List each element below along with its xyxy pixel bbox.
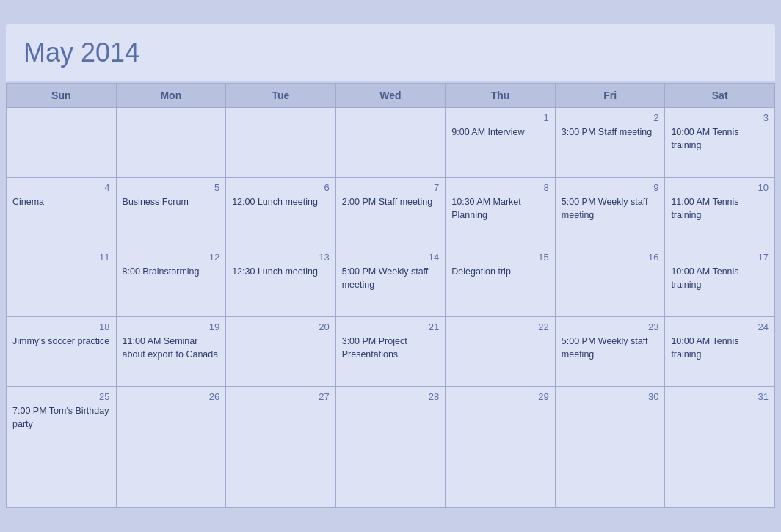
calendar-cell[interactable]: 810:30 AM Market Planning (446, 178, 556, 247)
day-number: 14 (342, 252, 440, 263)
event-text: Delegation trip (451, 266, 511, 277)
calendar-cell[interactable]: 612:00 Lunch meeting (226, 178, 336, 247)
calendar-cell[interactable]: 128:00 Brainstorming (116, 247, 226, 317)
calendar-cell[interactable] (335, 456, 446, 508)
day-number: 15 (451, 252, 549, 263)
week-row-1: 19:00 AM Interview23:00 PM Staff meeting… (7, 108, 775, 178)
event-text: 5:00 PM Weekly staff meeting (342, 266, 429, 290)
day-number: 22 (451, 321, 549, 332)
calendar-cell[interactable]: 145:00 PM Weekly staff meeting (335, 247, 446, 317)
event-text: 11:00 AM Seminar about export to Canada (123, 336, 219, 360)
day-number: 19 (123, 321, 220, 332)
day-number: 24 (671, 321, 769, 332)
calendar-cell[interactable]: 23:00 PM Staff meeting (555, 108, 665, 178)
day-number: 18 (12, 321, 110, 332)
day-number: 8 (451, 182, 549, 193)
day-number: 29 (451, 391, 549, 402)
calendar-cell[interactable]: 213:00 PM Project Presentations (335, 317, 446, 387)
event-text: 5:00 PM Weekly staff meeting (562, 336, 648, 360)
day-number: 4 (12, 182, 110, 193)
calendar-cell[interactable]: 95:00 PM Weekly staff meeting (555, 178, 665, 247)
event-text: Business Forum (123, 197, 189, 207)
day-number: 13 (232, 252, 330, 263)
event-text: 3:00 PM Staff meeting (562, 127, 652, 137)
calendar-cell[interactable] (7, 456, 117, 508)
event-text: 2:00 PM Staff meeting (342, 197, 432, 207)
weekday-header-mon: Mon (116, 84, 226, 108)
weekday-header-wed: Wed (335, 84, 446, 108)
calendar-title: May 2014 (23, 37, 758, 68)
calendar-cell[interactable]: 15Delegation trip (446, 247, 556, 317)
calendar-cell[interactable]: 4Cinema (7, 178, 117, 247)
calendar-cell[interactable]: 26 (116, 387, 226, 456)
calendar-cell[interactable]: 18Jimmy's soccer practice (7, 317, 117, 387)
calendar-cell[interactable]: 29 (446, 387, 556, 456)
calendar-cell[interactable]: 235:00 PM Weekly staff meeting (555, 317, 665, 387)
day-number: 3 (671, 112, 769, 123)
event-text: Jimmy's soccer practice (12, 336, 109, 346)
calendar-cell[interactable] (116, 456, 226, 508)
day-number: 10 (671, 182, 769, 193)
calendar-grid: SunMonTueWedThuFriSat 19:00 AM Interview… (6, 83, 775, 508)
calendar-cell[interactable]: 1710:00 AM Tennis training (665, 247, 775, 317)
event-text: 12:30 Lunch meeting (232, 266, 318, 277)
day-number: 16 (562, 252, 659, 263)
event-text: 7:00 PM Tom's Birthday party (12, 406, 109, 429)
calendar-cell[interactable]: 27 (226, 387, 336, 456)
day-number: 17 (671, 252, 769, 263)
weekday-header-fri: Fri (555, 84, 665, 108)
week-row-6 (7, 456, 775, 508)
day-number: 9 (562, 182, 659, 193)
calendar-cell[interactable]: 28 (335, 387, 446, 456)
calendar-cell[interactable]: 11 (7, 247, 117, 317)
calendar-cell[interactable]: 1312:30 Lunch meeting (226, 247, 336, 317)
calendar-cell[interactable] (335, 108, 446, 178)
calendar-cell[interactable]: 22 (446, 317, 556, 387)
calendar-cell[interactable] (7, 108, 117, 178)
day-number: 28 (342, 391, 440, 402)
calendar-cell[interactable] (665, 456, 775, 508)
event-text: 8:00 Brainstorming (123, 266, 200, 277)
day-number: 26 (123, 391, 220, 402)
event-text: 12:00 Lunch meeting (232, 197, 318, 207)
calendar-header: May 2014 (6, 24, 775, 81)
calendar-cell[interactable] (116, 108, 226, 178)
day-number: 21 (342, 321, 440, 332)
calendar-cell[interactable]: 5Business Forum (116, 178, 226, 247)
event-text: 10:00 AM Tennis training (671, 336, 738, 360)
calendar-cell[interactable]: 310:00 AM Tennis training (665, 108, 775, 178)
calendar-cell[interactable]: 19:00 AM Interview (446, 108, 556, 178)
day-number: 6 (232, 182, 330, 193)
calendar-cell[interactable] (226, 456, 336, 508)
calendar-cell[interactable] (555, 456, 665, 508)
day-number: 11 (12, 252, 110, 263)
event-text: 9:00 AM Interview (451, 127, 524, 137)
calendar-cell[interactable]: 1911:00 AM Seminar about export to Canad… (116, 317, 226, 387)
day-number: 25 (12, 391, 110, 402)
week-row-4: 18Jimmy's soccer practice1911:00 AM Semi… (7, 317, 775, 387)
event-text: 5:00 PM Weekly staff meeting (562, 197, 648, 220)
calendar-cell[interactable]: 2410:00 AM Tennis training (665, 317, 775, 387)
event-text: 10:00 AM Tennis training (671, 266, 738, 290)
calendar-cell[interactable]: 257:00 PM Tom's Birthday party (7, 387, 117, 456)
day-number: 27 (232, 391, 330, 402)
event-text: 10:00 AM Tennis training (671, 127, 738, 150)
week-row-2: 4Cinema5Business Forum612:00 Lunch meeti… (7, 178, 775, 247)
calendar-cell[interactable]: 30 (555, 387, 665, 456)
day-number: 31 (671, 391, 769, 402)
event-text: Cinema (12, 197, 44, 207)
calendar-cell[interactable] (446, 456, 556, 508)
calendar-cell[interactable] (226, 108, 336, 178)
calendar-cell[interactable]: 20 (226, 317, 336, 387)
calendar-wrapper: May 2014 SunMonTueWedThuFriSat 19:00 AM … (0, 18, 781, 514)
day-number: 30 (562, 391, 659, 402)
calendar-cell[interactable]: 72:00 PM Staff meeting (335, 178, 446, 247)
calendar-cell[interactable]: 31 (665, 387, 775, 456)
day-number: 12 (123, 252, 220, 263)
day-number: 1 (451, 112, 549, 123)
calendar-cell[interactable]: 1011:00 AM Tennis training (665, 178, 775, 247)
calendar-cell[interactable]: 16 (555, 247, 665, 317)
day-number: 20 (232, 321, 330, 332)
weekday-header-row: SunMonTueWedThuFriSat (7, 84, 775, 108)
event-text: 11:00 AM Tennis training (671, 197, 738, 220)
